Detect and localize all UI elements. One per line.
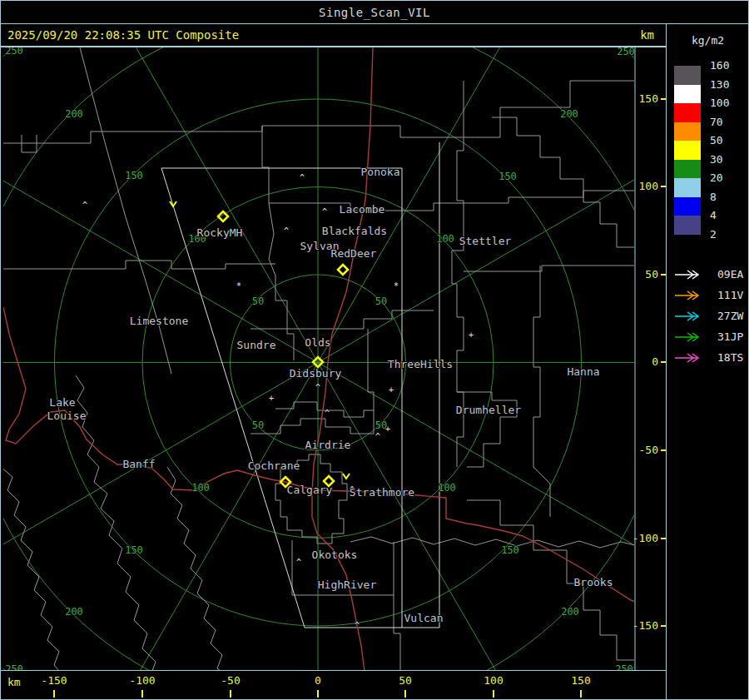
right-axis-label: 50 xyxy=(645,268,658,280)
city-label-ponoka: Ponoka xyxy=(361,166,400,178)
city-label-lake: Lake xyxy=(49,396,75,409)
town-marker: ^ xyxy=(325,409,330,418)
ring-distance-label: 150 xyxy=(125,544,143,556)
county-boundary xyxy=(464,266,635,271)
city-label-lacombe: Lacombe xyxy=(340,203,385,216)
city-label-calgary: Calgary xyxy=(287,484,333,496)
range-ring-250 xyxy=(1,47,666,671)
station-arrow-icon xyxy=(674,269,704,280)
county-boundary xyxy=(76,375,156,671)
bottom-axis-label: 100 xyxy=(484,674,503,687)
town-marker: ^ xyxy=(300,173,305,182)
county-boundary xyxy=(368,329,374,434)
county-boundary xyxy=(394,595,400,671)
station-id-label: 31JP xyxy=(717,330,743,343)
bottom-axis-unit-label: km xyxy=(7,676,21,688)
ring-distance-label: 200 xyxy=(65,108,83,120)
colorbar-swatch xyxy=(674,122,701,141)
right-axis-unit-label: km xyxy=(640,28,654,42)
bottom-axis-label: -50 xyxy=(221,674,240,687)
right-axis-label: 100 xyxy=(639,180,658,192)
town-marker: ^ xyxy=(322,207,327,216)
city-label-olds: Olds xyxy=(305,336,330,349)
chevron-marker xyxy=(170,201,176,206)
window-title: Single_Scan_VIL xyxy=(319,6,430,19)
city-label-louise: Louise xyxy=(47,410,87,422)
colorbar-value-label: 160 xyxy=(710,59,729,72)
ring-distance-label: 100 xyxy=(438,482,456,494)
county-boundary xyxy=(2,261,275,269)
county-boundary xyxy=(533,266,550,517)
county-boundary xyxy=(269,203,294,360)
colorbar-swatch xyxy=(674,160,701,179)
town-marker: + xyxy=(269,394,274,403)
ring-distance-label: 50 xyxy=(375,295,387,307)
title-bar[interactable]: Single_Scan_VIL xyxy=(1,1,748,24)
station-row: 111V xyxy=(674,290,704,303)
colorbar-value-label: 2 xyxy=(710,227,717,240)
county-boundary xyxy=(1,467,59,671)
colorbar-swatch xyxy=(674,197,701,216)
radar-sector-outline xyxy=(402,142,439,628)
station-id-label: 27ZW xyxy=(717,310,743,322)
right-axis-label: -150 xyxy=(632,619,658,632)
county-boundary xyxy=(250,419,374,434)
colorbar-value-label: 50 xyxy=(710,134,723,146)
county-boundary xyxy=(350,537,635,548)
town-marker: ^ xyxy=(82,201,87,210)
bottom-axis-tick xyxy=(53,690,55,698)
city-label-airdrie: Airdrie xyxy=(305,439,351,451)
town-marker: + xyxy=(389,385,394,395)
colorbar-value-label: 4 xyxy=(710,209,717,221)
ring-distance-label: 250 xyxy=(5,663,23,671)
city-label-hanna: Hanna xyxy=(567,365,599,378)
bottom-axis-tick xyxy=(493,690,494,698)
colorbar-swatch xyxy=(674,216,701,235)
town-marker: ^ xyxy=(375,432,380,441)
station-arrow-icon xyxy=(674,331,704,343)
colorbar-swatch xyxy=(674,66,701,85)
ring-distance-label: 250 xyxy=(615,663,633,671)
city-label-vulcan: Vulcan xyxy=(404,612,444,624)
city-label-banff: Banff xyxy=(122,458,155,470)
colorbar-swatch xyxy=(674,141,701,160)
city-label-limestone: Limestone xyxy=(130,315,189,327)
city-label-sundre: Sundre xyxy=(237,339,276,351)
bottom-axis-strip: km -150-100-50050100150 xyxy=(1,671,666,699)
county-boundary xyxy=(262,126,269,203)
ring-distance-label: 50 xyxy=(252,420,264,431)
station-row: 31JP xyxy=(674,331,704,345)
ring-distance-label: 150 xyxy=(501,544,519,556)
bottom-axis-tick xyxy=(404,690,406,698)
city-label-drumheller: Drumheller xyxy=(456,404,521,416)
radar-map: 5010015020025050100150200250501001502002… xyxy=(1,47,666,671)
city-label-didsbury: Didsbury xyxy=(290,367,342,380)
bottom-axis-tick xyxy=(317,690,319,698)
ring-distance-label: 250 xyxy=(617,47,635,57)
city-label-stettler: Stettler xyxy=(459,235,512,247)
town-marker: * xyxy=(236,281,241,290)
station-arrow-icon xyxy=(674,352,704,364)
city-label-strathmore: Strathmore xyxy=(350,486,414,499)
city-label-threehills: ThreeHills xyxy=(388,358,453,370)
town-marker: * xyxy=(394,281,399,290)
city-label-cochrane: Cochrane xyxy=(248,459,300,472)
range-ring-200 xyxy=(1,47,666,671)
colorbar-swatch xyxy=(674,178,701,197)
colorbar-value-label: 70 xyxy=(710,115,723,127)
station-id-label: 18TS xyxy=(717,351,743,364)
colorbar-unit-label: kg/m2 xyxy=(667,34,749,47)
town-marker: ^ xyxy=(296,558,301,567)
town-marker: ^ xyxy=(355,621,360,630)
station-row: 27ZW xyxy=(674,310,704,324)
colorbar-value-label: 30 xyxy=(710,152,723,165)
right-axis-label: 0 xyxy=(652,355,658,368)
info-bar: 2025/09/20 22:08:35 UTC Composite km xyxy=(1,24,666,47)
town-marker: + xyxy=(469,330,474,340)
city-label-rockymh: RockyMH xyxy=(197,226,243,239)
city-label-reddeer: RedDeer xyxy=(331,247,377,260)
map-layers: 5010015020025050100150200250501001502002… xyxy=(1,47,666,671)
ring-distance-label: 200 xyxy=(561,606,579,618)
ring-distance-label: 200 xyxy=(560,108,578,120)
radar-site-icon xyxy=(338,265,348,275)
